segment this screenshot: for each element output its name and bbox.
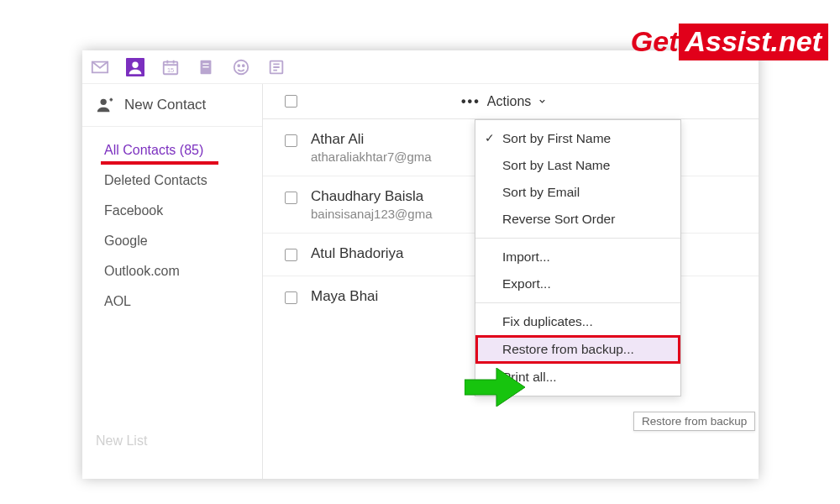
highlight-underline <box>101 161 218 165</box>
sidebar-item-label: Outlook.com <box>104 264 180 278</box>
contact-checkbox[interactable] <box>285 249 297 261</box>
menu-item-fix-duplicates[interactable]: Fix duplicates... <box>475 308 680 335</box>
contact-checkbox[interactable] <box>285 134 297 147</box>
menu-item-export[interactable]: Export... <box>475 270 680 297</box>
menu-item-label: Reverse Sort Order <box>502 212 615 226</box>
more-icon: ••• <box>461 94 480 109</box>
menu-section-io: Import... Export... <box>475 239 680 302</box>
sidebar-item-all-contacts[interactable]: All Contacts (85) <box>82 135 262 165</box>
svg-rect-5 <box>202 66 208 67</box>
sidebar-item-facebook[interactable]: Facebook <box>82 196 262 226</box>
contact-checkbox[interactable] <box>285 192 297 204</box>
menu-section-sort: Sort by First Name Sort by Last Name Sor… <box>475 120 680 238</box>
sidebar-item-label: All Contacts (85) <box>104 143 203 157</box>
actions-label: Actions <box>487 94 531 109</box>
contact-checkbox[interactable] <box>285 291 297 304</box>
tooltip: Restore from backup <box>633 412 755 431</box>
menu-item-reverse-sort[interactable]: Reverse Sort Order <box>475 206 680 233</box>
sidebar-item-label: AOL <box>104 294 131 308</box>
select-all-checkbox[interactable] <box>285 95 297 108</box>
menu-item-label: Import... <box>502 249 550 264</box>
new-contact-label: New Contact <box>124 97 206 113</box>
svg-point-0 <box>132 61 138 67</box>
sidebar-item-aol[interactable]: AOL <box>82 286 262 317</box>
menu-item-label: Export... <box>502 276 551 291</box>
contact-icon[interactable] <box>126 58 144 76</box>
new-contact-button[interactable]: New Contact <box>82 84 262 127</box>
menu-item-label: Restore from backup... <box>502 342 634 356</box>
sidebar-item-deleted-contacts[interactable]: Deleted Contacts <box>82 165 262 196</box>
sidebar-item-outlook[interactable]: Outlook.com <box>82 256 262 286</box>
svg-point-10 <box>101 99 107 105</box>
svg-point-7 <box>238 65 239 66</box>
menu-item-sort-first-name[interactable]: Sort by First Name <box>475 125 680 152</box>
watermark-part1: Get <box>631 25 679 57</box>
annotation-arrow-icon <box>465 368 525 410</box>
svg-point-6 <box>234 60 249 74</box>
new-contact-icon <box>96 96 114 114</box>
chevron-down-icon <box>538 94 547 109</box>
menu-item-label: Fix duplicates... <box>502 314 593 328</box>
menu-item-label: Sort by Last Name <box>502 158 610 172</box>
brand-watermark: GetAssist.net <box>631 25 828 58</box>
menu-item-label: Sort by Email <box>502 185 580 199</box>
sidebar-item-label: Deleted Contacts <box>104 173 207 187</box>
messenger-icon[interactable] <box>232 58 250 76</box>
notepad-icon[interactable] <box>197 58 215 76</box>
sidebar-nav: All Contacts (85) Deleted Contacts Faceb… <box>82 127 262 317</box>
menu-item-sort-last-name[interactable]: Sort by Last Name <box>475 152 680 179</box>
mail-icon[interactable] <box>91 58 109 76</box>
sidebar-item-label: Google <box>104 234 148 248</box>
menu-item-restore-backup[interactable]: Restore from backup... <box>475 335 680 364</box>
sidebar: New Contact All Contacts (85) Deleted Co… <box>82 84 263 479</box>
actions-menu: Sort by First Name Sort by Last Name Sor… <box>475 119 681 396</box>
sidebar-item-google[interactable]: Google <box>82 226 262 256</box>
menu-item-label: Sort by First Name <box>502 131 611 145</box>
news-icon[interactable] <box>267 58 286 76</box>
tooltip-text: Restore from backup <box>642 415 747 428</box>
sidebar-item-label: Facebook <box>104 203 163 218</box>
svg-rect-4 <box>202 63 208 64</box>
calendar-icon[interactable]: 15 <box>161 58 180 76</box>
watermark-part2: Assist.net <box>679 24 829 60</box>
content-header: ••• Actions <box>263 84 759 119</box>
svg-text:15: 15 <box>167 66 174 73</box>
new-list-button[interactable]: New List <box>82 420 262 479</box>
menu-item-sort-email[interactable]: Sort by Email <box>475 179 680 206</box>
menu-item-import[interactable]: Import... <box>475 244 680 270</box>
new-list-label: New List <box>96 433 147 448</box>
svg-point-8 <box>243 65 244 66</box>
actions-dropdown-button[interactable]: ••• Actions <box>461 94 547 109</box>
